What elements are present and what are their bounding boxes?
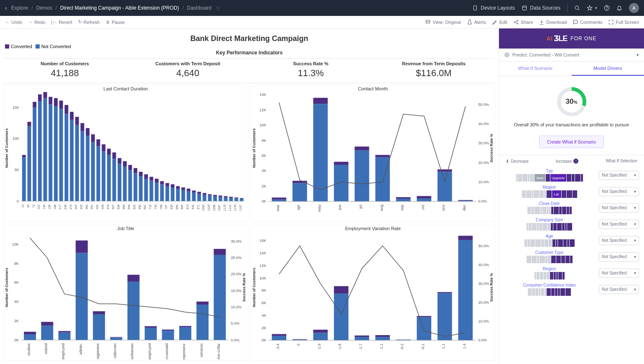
driver-distribution[interactable] — [504, 239, 595, 247]
svg-text:536: 536 — [117, 205, 120, 210]
svg-text:50.0%: 50.0% — [478, 103, 489, 107]
comments-button[interactable]: Comments — [573, 19, 602, 25]
svg-rect-210 — [59, 331, 71, 332]
search-icon[interactable] — [574, 5, 580, 11]
driver-distribution[interactable] — [504, 288, 595, 296]
driver-select[interactable]: Not Specified▾ — [599, 269, 639, 278]
driver-select[interactable]: Not Specified▾ — [599, 252, 639, 261]
driver-row: Customer Type Not Specified▾ — [499, 249, 644, 265]
driver-select[interactable]: Not Specified▾ — [599, 203, 639, 213]
svg-rect-167 — [334, 162, 349, 165]
svg-rect-38 — [64, 114, 68, 201]
svg-rect-92 — [160, 184, 164, 201]
driver-row: Typ NewUpgrade Not Specified▾ — [499, 167, 644, 183]
driver-distribution[interactable]: Lat — [504, 190, 595, 198]
svg-rect-20 — [33, 108, 36, 201]
svg-rect-282 — [437, 292, 452, 293]
svg-rect-33 — [54, 98, 58, 106]
revert-button[interactable]: |← Revert — [51, 20, 72, 25]
share-button[interactable]: Share — [513, 19, 533, 25]
toolbar: ← Undo → Redo |← Revert ↻ Refresh ⏸ Paus… — [0, 16, 644, 28]
star-menu-icon[interactable]: ▾ — [587, 5, 597, 11]
svg-text:1000: 1000 — [202, 205, 205, 211]
svg-rect-66 — [112, 152, 116, 159]
svg-rect-203 — [24, 334, 36, 340]
svg-text:6K: 6K — [261, 154, 266, 158]
svg-text:1116: 1116 — [223, 205, 226, 211]
driver-select[interactable]: Not Specified▾ — [599, 285, 639, 294]
svg-rect-172 — [375, 157, 390, 202]
back-icon[interactable]: ‹ — [5, 5, 7, 11]
data-sources-button[interactable]: Data Sources — [522, 5, 560, 11]
svg-text:420: 420 — [96, 205, 99, 210]
svg-rect-90 — [155, 179, 158, 182]
svg-text:12K: 12K — [259, 108, 266, 112]
crumb-explore[interactable]: Explore — [11, 5, 28, 11]
avatar[interactable]: A — [629, 3, 639, 13]
chart-job_title[interactable]: Job Title0K2K4K6K8K10KNumber of Customer… — [3, 225, 248, 361]
tab-whatif[interactable]: What-If Scenario — [499, 62, 572, 76]
svg-text:333: 333 — [80, 205, 83, 210]
device-layouts-button[interactable]: Device Layouts — [472, 5, 515, 11]
refresh-button[interactable]: ↻ Refresh — [78, 19, 100, 25]
svg-rect-83 — [144, 179, 148, 201]
redo-button[interactable]: → Redo — [28, 20, 45, 25]
svg-text:150: 150 — [13, 105, 19, 110]
svg-text:1087: 1087 — [218, 205, 221, 211]
driver-row: Age Not Specified▾ — [499, 232, 644, 249]
svg-text:304: 304 — [74, 205, 77, 210]
view-button[interactable]: View: Original — [425, 19, 461, 25]
create-scenario-button[interactable]: Create What if Scenario — [539, 136, 604, 148]
undo-button[interactable]: ← Undo — [5, 20, 22, 25]
svg-text:20.0%: 20.0% — [478, 161, 489, 165]
pause-button[interactable]: ⏸ Pause — [105, 20, 125, 25]
svg-rect-182 — [437, 169, 452, 172]
svg-rect-129 — [224, 196, 228, 197]
driver-distribution[interactable]: NewUpgrade — [504, 174, 595, 182]
fullscreen-button[interactable]: Full Screen — [608, 19, 639, 25]
chart-last_contact_duration[interactable]: Last Contact Duration050100150Number of … — [3, 85, 248, 222]
kpi-card: Number of Customers41,188 — [3, 59, 126, 83]
svg-rect-113 — [197, 194, 201, 201]
svg-text:Number of Customers: Number of Customers — [252, 267, 256, 307]
driver-select[interactable]: Not Specified▾ — [599, 220, 639, 229]
driver-distribution[interactable] — [504, 207, 595, 214]
svg-text:10.0%: 10.0% — [478, 180, 489, 184]
svg-text:159: 159 — [48, 205, 51, 210]
svg-point-8 — [517, 23, 518, 24]
svg-rect-169 — [354, 150, 369, 201]
driver-select[interactable]: Not Specified▾ — [599, 187, 639, 196]
driver-select[interactable]: Not Specified▾ — [599, 171, 639, 180]
help-icon[interactable] — [604, 5, 610, 11]
svg-rect-27 — [43, 92, 47, 98]
svg-point-1 — [523, 6, 527, 8]
svg-rect-101 — [176, 189, 180, 201]
svg-text:8K: 8K — [261, 288, 266, 292]
crumb-dashboard[interactable]: Dashboard — [187, 5, 212, 11]
crumb-demos[interactable]: Demos — [36, 5, 52, 11]
svg-text:services: services — [199, 343, 204, 357]
download-button[interactable]: Download — [539, 19, 567, 25]
svg-text:43: 43 — [27, 205, 30, 208]
svg-rect-257 — [272, 336, 286, 340]
svg-rect-95 — [165, 186, 169, 201]
favourite-icon[interactable]: ☆ — [216, 5, 221, 11]
driver-distribution[interactable] — [504, 256, 595, 263]
predict-selector[interactable]: Predict: Converted - Will Convert ▾ — [499, 49, 644, 62]
driver-distribution[interactable] — [504, 272, 595, 279]
svg-text:681: 681 — [143, 205, 146, 210]
alerts-button[interactable]: Alerts — [467, 19, 486, 25]
chart-contact_month[interactable]: Contact Month0K2K4K6K8K10K12K14KNumber o… — [251, 85, 496, 222]
svg-text:40.0%: 40.0% — [478, 122, 489, 126]
driver-select[interactable]: Not Specified▾ — [599, 236, 639, 245]
notifications-icon[interactable] — [616, 5, 622, 11]
edit-button[interactable]: Edit — [492, 19, 507, 25]
svg-rect-236 — [214, 255, 226, 340]
svg-rect-270 — [354, 336, 369, 337]
crumb-campaign[interactable]: Direct Marketing Campaign - Aible Extens… — [60, 5, 179, 11]
chart-emp_var_rate[interactable]: Employment Variation Rate0K2K4K6K8K10K12… — [251, 225, 496, 361]
tab-model-drivers[interactable]: Model Drivers — [572, 62, 644, 76]
chart-title: Last Contact Duration — [4, 85, 248, 92]
svg-text:6K: 6K — [261, 301, 266, 305]
driver-distribution[interactable] — [504, 223, 595, 231]
